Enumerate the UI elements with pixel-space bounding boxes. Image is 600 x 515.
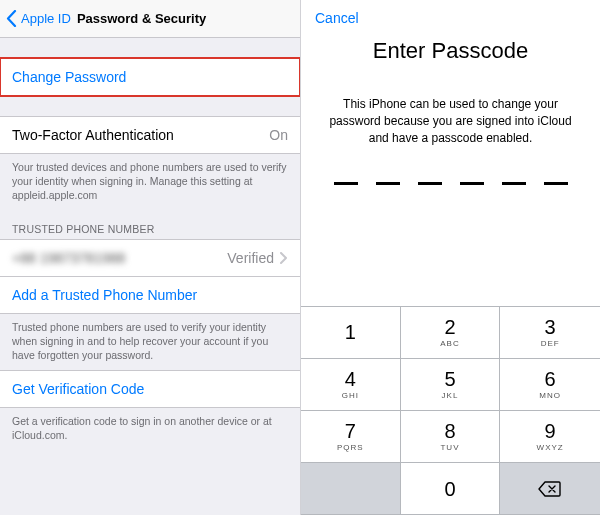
get-verification-code-desc: Get a verification code to sign in on an… — [0, 408, 300, 450]
cancel-bar: Cancel — [301, 0, 600, 26]
key-0[interactable]: 0 — [401, 463, 501, 515]
key-letters: DEF — [541, 339, 560, 348]
nav-bar: Apple ID Password & Security — [0, 0, 300, 38]
key-letters: TUV — [440, 443, 459, 452]
key-digit: 3 — [545, 317, 556, 337]
key-digit: 4 — [345, 369, 356, 389]
settings-password-security-pane: Apple ID Password & Security Change Pass… — [0, 0, 300, 515]
enter-passcode-desc: This iPhone can be used to change your p… — [301, 64, 600, 146]
key-digit: 1 — [345, 322, 356, 342]
key-digit: 2 — [444, 317, 455, 337]
trusted-phone-desc: Trusted phone numbers are used to verify… — [0, 314, 300, 371]
two-factor-value: On — [269, 127, 288, 143]
passcode-dash — [376, 182, 400, 185]
back-label: Apple ID — [21, 11, 71, 26]
trusted-phone-number: +88 19873781988 — [12, 250, 125, 266]
two-factor-desc: Your trusted devices and phone numbers a… — [0, 154, 300, 211]
two-factor-label: Two-Factor Authentication — [12, 127, 174, 143]
key-6[interactable]: 6 MNO — [500, 359, 600, 411]
key-digit: 0 — [444, 479, 455, 499]
key-letters: ABC — [440, 339, 459, 348]
key-8[interactable]: 8 TUV — [401, 411, 501, 463]
key-2[interactable]: 2 ABC — [401, 307, 501, 359]
key-digit: 7 — [345, 421, 356, 441]
enter-passcode-pane: Cancel Enter Passcode This iPhone can be… — [300, 0, 600, 515]
key-1[interactable]: 1 — [301, 307, 401, 359]
chevron-right-icon — [280, 252, 288, 264]
get-verification-code-cell[interactable]: Get Verification Code — [0, 370, 300, 408]
trusted-phone-status: Verified — [227, 250, 274, 266]
chevron-left-icon — [6, 10, 17, 27]
passcode-dash — [334, 182, 358, 185]
change-password-label: Change Password — [12, 69, 126, 85]
key-letters: PQRS — [337, 443, 364, 452]
key-4[interactable]: 4 GHI — [301, 359, 401, 411]
key-letters: GHI — [342, 391, 359, 400]
key-letters: JKL — [442, 391, 459, 400]
key-7[interactable]: 7 PQRS — [301, 411, 401, 463]
key-9[interactable]: 9 WXYZ — [500, 411, 600, 463]
key-letters: MNO — [539, 391, 561, 400]
key-backspace[interactable] — [500, 463, 600, 515]
page-title: Password & Security — [77, 11, 206, 26]
trusted-phone-cell[interactable]: +88 19873781988 Verified — [0, 239, 300, 277]
add-trusted-phone-cell[interactable]: Add a Trusted Phone Number — [0, 277, 300, 314]
passcode-dash — [418, 182, 442, 185]
cancel-button[interactable]: Cancel — [315, 10, 359, 26]
backspace-icon — [538, 480, 562, 498]
get-verification-code-label: Get Verification Code — [12, 381, 144, 397]
passcode-field — [301, 182, 600, 185]
two-factor-cell[interactable]: Two-Factor Authentication On — [0, 116, 300, 154]
key-digit: 5 — [444, 369, 455, 389]
trusted-phone-header: TRUSTED PHONE NUMBER — [0, 211, 300, 239]
key-3[interactable]: 3 DEF — [500, 307, 600, 359]
add-trusted-phone-label: Add a Trusted Phone Number — [12, 287, 197, 303]
passcode-dash — [544, 182, 568, 185]
change-password-cell[interactable]: Change Password — [0, 58, 300, 96]
passcode-dash — [502, 182, 526, 185]
key-letters: WXYZ — [537, 443, 564, 452]
key-5[interactable]: 5 JKL — [401, 359, 501, 411]
key-digit: 9 — [545, 421, 556, 441]
passcode-dash — [460, 182, 484, 185]
key-blank — [301, 463, 401, 515]
key-digit: 6 — [545, 369, 556, 389]
key-digit: 8 — [444, 421, 455, 441]
numeric-keypad: 1 2 ABC 3 DEF 4 GHI 5 JKL 6 MNO 7 PQRS 8 — [301, 306, 600, 515]
back-button[interactable]: Apple ID — [6, 10, 71, 27]
enter-passcode-title: Enter Passcode — [301, 38, 600, 64]
